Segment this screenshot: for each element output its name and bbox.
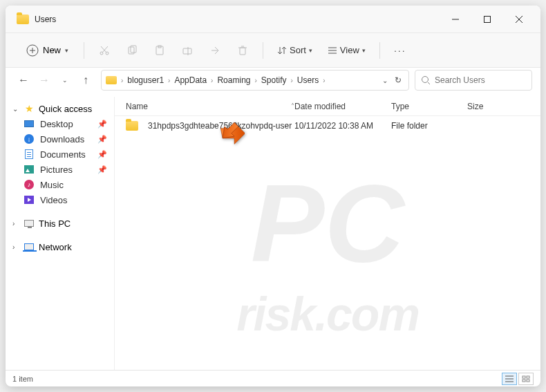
search-box[interactable]	[415, 70, 532, 91]
close-button[interactable]	[503, 8, 535, 30]
refresh-button[interactable]: ↻	[395, 75, 402, 85]
watermark: PC risk.com	[115, 123, 540, 370]
svg-rect-15	[183, 48, 191, 54]
rename-button[interactable]	[176, 40, 199, 61]
chevron-right-icon: ›	[12, 243, 19, 251]
separator	[379, 42, 380, 59]
address-dropdown-button[interactable]: ⌄	[382, 77, 388, 84]
file-explorer-window: Users New ▾ Sort ▾ View ▾	[6, 6, 540, 386]
address-bar[interactable]: › bloguser1 › AppData › Roaming › Spotif…	[101, 70, 409, 91]
column-label: Type	[391, 102, 409, 111]
this-pc-section[interactable]: › This PC	[6, 216, 114, 231]
column-date[interactable]: Date modified	[294, 102, 391, 111]
item-count: 1 item	[12, 375, 33, 383]
share-button[interactable]	[203, 40, 227, 61]
documents-icon	[25, 149, 33, 159]
forward-button[interactable]: →	[35, 71, 54, 90]
svg-rect-1	[484, 16, 491, 22]
window-title: Users	[35, 15, 56, 24]
svg-point-25	[422, 77, 429, 83]
column-label: Date modified	[294, 102, 346, 111]
music-icon: ♪	[24, 180, 34, 189]
sidebar-item-desktop[interactable]: Desktop📌	[6, 116, 114, 131]
sidebar-item-pictures[interactable]: Pictures📌	[6, 162, 114, 177]
videos-icon	[24, 196, 34, 204]
svg-rect-31	[527, 376, 529, 378]
breadcrumb-separator: ›	[211, 77, 213, 84]
minimize-button[interactable]	[440, 8, 471, 30]
file-date: 10/11/2022 10:38 AM	[294, 121, 391, 131]
pin-icon: 📌	[97, 135, 107, 144]
navigation-bar: ← → ⌄ ↑ › bloguser1 › AppData › Roaming …	[6, 68, 540, 97]
watermark-text: risk.com	[236, 287, 419, 341]
back-button[interactable]: ←	[14, 71, 33, 90]
toolbar: New ▾ Sort ▾ View ▾ ···	[6, 33, 540, 68]
file-row[interactable]: 31hpdps3gdhteabe7562kzohvpdq-user 10/11/…	[115, 116, 540, 136]
network-section[interactable]: › Network	[6, 239, 114, 254]
folder-icon	[126, 121, 138, 131]
up-button[interactable]: ↑	[76, 71, 95, 90]
column-name[interactable]: Name ˄	[122, 102, 294, 111]
sort-button[interactable]: Sort ▾	[272, 42, 318, 58]
sidebar-item-label: Documents	[40, 149, 86, 160]
file-list-pane: Name ˄ Date modified Type Size 31hpdps3g…	[115, 97, 540, 370]
separator	[84, 42, 84, 59]
pin-icon: 📌	[97, 150, 107, 159]
copy-button[interactable]	[120, 40, 144, 61]
breadcrumb-item[interactable]: Users	[294, 74, 321, 86]
new-label: New	[43, 45, 61, 55]
sort-icon	[277, 46, 287, 55]
paste-button[interactable]	[148, 40, 171, 61]
new-button[interactable]: New ▾	[19, 41, 75, 59]
watermark-logo: PC	[251, 160, 404, 287]
file-rows: 31hpdps3gdhteabe7562kzohvpdq-user 10/11/…	[115, 116, 540, 370]
breadcrumb-separator: ›	[254, 77, 256, 84]
plus-circle-icon	[26, 44, 39, 57]
thumbnail-view-button[interactable]	[518, 373, 534, 385]
breadcrumb-item[interactable]: bloguser1	[124, 74, 167, 86]
view-label: View	[340, 45, 359, 55]
folder-icon	[106, 76, 117, 84]
sidebar-item-label: Music	[40, 180, 64, 190]
sidebar-item-label: Pictures	[40, 165, 73, 175]
separator	[263, 42, 263, 59]
breadcrumb-separator: ›	[168, 77, 170, 84]
this-pc-label: This PC	[39, 218, 70, 229]
column-label: Size	[467, 102, 483, 111]
chevron-down-icon: ▾	[65, 47, 68, 54]
column-size[interactable]: Size	[467, 102, 540, 111]
details-view-button[interactable]	[502, 373, 517, 385]
sidebar-item-downloads[interactable]: ↓Downloads📌	[6, 131, 114, 147]
column-label: Name	[126, 102, 148, 111]
breadcrumb-separator: ›	[323, 77, 325, 84]
sidebar-item-videos[interactable]: Videos	[6, 192, 114, 207]
chevron-down-icon: ⌄	[12, 105, 19, 113]
breadcrumb-item[interactable]: AppData	[171, 74, 209, 86]
column-headers: Name ˄ Date modified Type Size	[115, 97, 540, 116]
view-button[interactable]: View ▾	[322, 42, 371, 58]
breadcrumb-item[interactable]: Roaming	[214, 74, 253, 86]
star-icon: ★	[23, 103, 35, 114]
sidebar-item-documents[interactable]: Documents📌	[6, 147, 114, 162]
file-type: File folder	[391, 121, 467, 131]
pictures-icon	[24, 165, 34, 174]
more-button[interactable]: ···	[388, 40, 412, 61]
recent-button[interactable]: ⌄	[55, 71, 75, 90]
view-icon	[328, 46, 337, 55]
sidebar-item-label: Videos	[40, 195, 68, 205]
quick-access-section[interactable]: ⌄ ★ Quick access	[6, 101, 114, 116]
status-bar: 1 item	[6, 370, 540, 386]
chevron-down-icon: ▾	[309, 47, 312, 54]
sidebar-item-music[interactable]: ♪Music	[6, 177, 114, 192]
chevron-right-icon: ›	[12, 220, 19, 227]
cut-button[interactable]	[93, 40, 116, 61]
network-label: Network	[39, 242, 72, 252]
titlebar: Users	[6, 6, 540, 33]
delete-button[interactable]	[231, 40, 254, 61]
breadcrumb-item[interactable]: Spotify	[258, 74, 290, 86]
maximize-button[interactable]	[471, 8, 503, 30]
breadcrumb-separator: ›	[121, 77, 123, 84]
column-type[interactable]: Type	[391, 102, 467, 111]
quick-access-label: Quick access	[39, 104, 92, 114]
search-input[interactable]	[435, 75, 518, 85]
